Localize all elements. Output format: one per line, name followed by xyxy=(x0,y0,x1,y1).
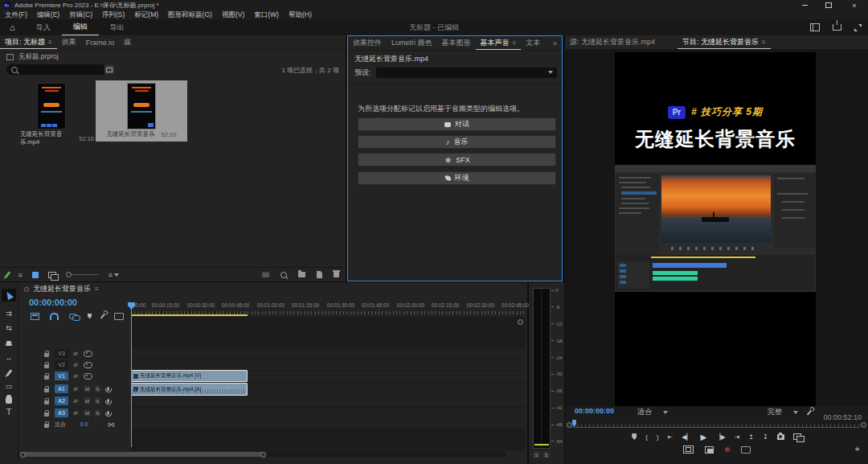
menu-edit[interactable]: 编辑(E) xyxy=(32,10,64,20)
sync-lock-icon[interactable]: ⇄ xyxy=(73,386,78,392)
toggle-track-output-icon[interactable] xyxy=(84,362,92,368)
sync-lock-icon[interactable]: ⇄ xyxy=(73,362,78,368)
voiceover-mic-icon[interactable] xyxy=(107,387,109,391)
timeline-clip-audio[interactable]: 无缝延长背景音乐.mp4 [A] xyxy=(131,383,248,396)
panel-menu-icon[interactable]: ≡ xyxy=(95,285,99,293)
insert-nested-sequence-icon[interactable] xyxy=(31,313,39,320)
meter-solo-left[interactable]: S xyxy=(533,451,540,458)
tab-frameio[interactable]: Frame.io xyxy=(81,36,120,49)
play-icon[interactable]: ▶ xyxy=(701,433,707,441)
minimize-button[interactable] xyxy=(792,5,817,6)
menu-graphics[interactable]: 图形和标题(G) xyxy=(163,10,217,20)
scrubber-left-handle[interactable] xyxy=(567,422,572,428)
comparison-view-icon[interactable] xyxy=(793,433,801,440)
sequence-tab[interactable]: 无缝延长背景音乐≡ xyxy=(24,284,99,294)
lock-icon[interactable] xyxy=(44,364,49,368)
lock-icon[interactable] xyxy=(44,400,49,404)
find-icon[interactable] xyxy=(280,272,287,278)
project-writable-icon[interactable] xyxy=(4,271,10,278)
tag-dialogue-button[interactable]: 对话 xyxy=(358,117,556,131)
hand-tool[interactable] xyxy=(2,393,16,406)
track-target-a1[interactable]: A1 xyxy=(55,384,68,393)
go-to-in-icon[interactable]: ⇤ xyxy=(668,433,674,441)
keyframe-nav-icon[interactable]: ⋈ xyxy=(108,421,115,429)
playhead-line[interactable] xyxy=(131,309,132,447)
track-target-v1[interactable]: V1 xyxy=(55,372,68,380)
lift-icon[interactable]: ↥ xyxy=(748,433,754,441)
lock-icon[interactable] xyxy=(44,413,49,417)
multicam-icon[interactable] xyxy=(705,446,714,454)
new-bin-icon[interactable] xyxy=(298,272,305,277)
freeform-view-icon[interactable] xyxy=(48,272,56,278)
scrubber-right-handle[interactable] xyxy=(861,422,866,428)
program-timecode[interactable]: 00:00:00:00 xyxy=(575,407,614,415)
tag-music-button[interactable]: ♪音乐 xyxy=(358,135,556,149)
sync-lock-icon[interactable]: ⇄ xyxy=(73,398,78,404)
sync-lock-icon[interactable]: ⇄ xyxy=(73,410,78,417)
captions-track-icon[interactable] xyxy=(114,313,124,320)
panel-menu-icon[interactable]: ≡ xyxy=(762,39,766,46)
go-to-out-icon[interactable]: ⇥ xyxy=(735,433,740,441)
ripple-edit-tool[interactable]: ⇆ xyxy=(2,322,16,335)
menu-sequence[interactable]: 序列(S) xyxy=(97,10,129,20)
panel-menu-icon[interactable]: ≡ xyxy=(513,39,517,47)
sync-lock-icon[interactable]: ⇄ xyxy=(73,351,78,357)
maximize-button[interactable] xyxy=(817,2,841,8)
lock-icon[interactable] xyxy=(44,424,49,428)
rectangle-tool[interactable]: ▭ xyxy=(2,380,16,392)
mute-button[interactable]: M xyxy=(84,409,91,417)
voiceover-mic-icon[interactable] xyxy=(107,399,109,403)
menu-file[interactable]: 文件(F) xyxy=(0,10,32,20)
toggle-track-output-icon[interactable] xyxy=(84,373,92,380)
close-button[interactable]: × xyxy=(841,2,868,10)
step-back-icon[interactable]: ◀▏ xyxy=(682,433,691,441)
timeline-timecode[interactable]: 00:00:00:00 xyxy=(29,298,77,307)
tab-effect-controls[interactable]: 效果控件 xyxy=(348,37,387,50)
settings-wrench-icon[interactable] xyxy=(807,409,813,415)
menu-window[interactable]: 窗口(W) xyxy=(249,10,284,20)
closed-captions-icon[interactable] xyxy=(741,446,751,454)
workspaces-icon[interactable] xyxy=(810,23,820,31)
menu-markers[interactable]: 标记(M) xyxy=(129,10,163,20)
mark-in-icon[interactable]: { xyxy=(645,433,648,441)
mark-out-icon[interactable]: } xyxy=(657,433,659,441)
tag-sfx-button[interactable]: ∗SFX xyxy=(358,153,556,166)
solo-button[interactable]: S xyxy=(94,397,101,404)
playback-resolution-select[interactable]: 完整 xyxy=(768,407,798,417)
tab-lumetri-color[interactable]: Lumetri 颜色 xyxy=(387,37,437,50)
track-target-v3[interactable]: V3 xyxy=(55,349,68,358)
voiceover-record-icon[interactable] xyxy=(725,447,730,452)
sync-lock-icon[interactable]: ⇄ xyxy=(73,373,78,380)
zoom-level-select[interactable]: 适合 xyxy=(637,407,668,417)
menu-view[interactable]: 视图(V) xyxy=(217,10,249,20)
timeline-settings-icon[interactable] xyxy=(100,313,106,318)
solo-button[interactable]: S xyxy=(94,385,101,392)
lock-icon[interactable] xyxy=(44,388,49,392)
track-select-forward-tool[interactable]: ⇉ xyxy=(2,307,16,320)
search-input[interactable] xyxy=(6,64,106,75)
project-item-sequence-selected[interactable]: 无缝延长背景音乐 52:10 xyxy=(96,80,187,142)
zoom-slider[interactable] xyxy=(66,272,99,277)
timeline-clip-video[interactable]: 无缝延长背景音乐.mp4 [V] xyxy=(131,370,248,382)
preset-select[interactable] xyxy=(376,68,557,78)
filter-bin-icon[interactable] xyxy=(104,65,114,74)
toggle-track-output-icon[interactable] xyxy=(84,351,92,357)
export-frame-icon[interactable] xyxy=(777,434,784,440)
track-target-a2[interactable]: A2 xyxy=(55,396,68,405)
slip-tool[interactable]: ↔ xyxy=(2,351,16,364)
tab-overflow-icon[interactable]: » xyxy=(548,37,562,50)
snap-icon[interactable] xyxy=(50,313,59,320)
tag-ambience-button[interactable]: 环境 xyxy=(358,171,556,185)
tab-project[interactable]: 项目: 无标题≡ xyxy=(0,35,57,49)
button-editor-add[interactable]: + xyxy=(855,444,860,454)
selection-tool[interactable] xyxy=(2,289,16,302)
safe-margins-icon[interactable] xyxy=(683,446,694,454)
mute-button[interactable]: M xyxy=(84,397,91,404)
new-item-icon[interactable] xyxy=(317,271,322,278)
menu-help[interactable]: 帮助(H) xyxy=(284,10,317,20)
clear-icon[interactable] xyxy=(334,272,339,277)
horizontal-scroll-handle[interactable] xyxy=(20,452,265,457)
project-item-clip[interactable]: 无缝延长背景音乐.mp4 52:10 xyxy=(20,80,94,142)
track-target-a3[interactable]: A3 xyxy=(55,409,68,417)
add-marker-icon[interactable] xyxy=(88,314,92,319)
